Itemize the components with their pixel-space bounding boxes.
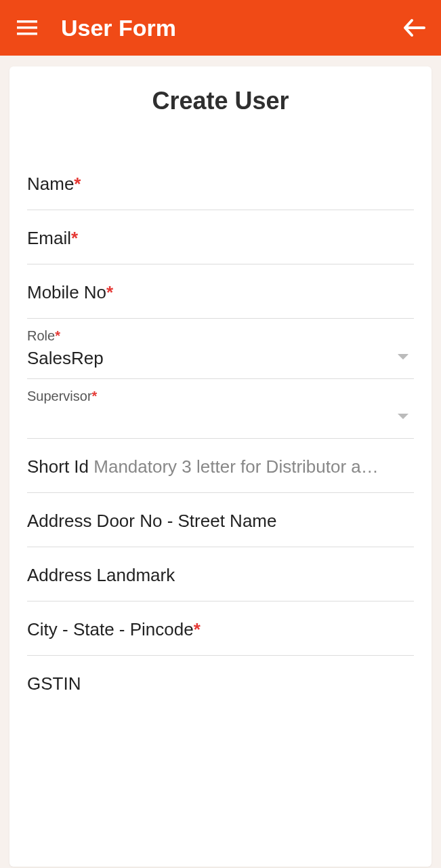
- svg-rect-2: [17, 33, 37, 35]
- svg-rect-0: [17, 20, 37, 23]
- supervisor-label: Supervisor*: [27, 389, 414, 404]
- email-label: Email*: [27, 228, 78, 248]
- card-title: Create User: [9, 87, 432, 115]
- form-card: Create User Name* Email* Mobile No* Role…: [9, 66, 432, 867]
- chevron-down-icon: [398, 411, 408, 423]
- address2-label: Address Landmark: [27, 565, 175, 585]
- address2-field[interactable]: Address Landmark: [27, 547, 414, 601]
- address1-field[interactable]: Address Door No - Street Name: [27, 493, 414, 547]
- city-label: City - State - Pincode*: [27, 619, 201, 639]
- mobile-field[interactable]: Mobile No*: [27, 264, 414, 319]
- chevron-down-icon: [398, 351, 408, 363]
- gstin-label: GSTIN: [27, 673, 81, 694]
- menu-icon[interactable]: [15, 16, 39, 40]
- city-field[interactable]: City - State - Pincode*: [27, 601, 414, 656]
- supervisor-select[interactable]: Supervisor*: [27, 379, 414, 439]
- name-label: Name*: [27, 174, 81, 194]
- gstin-field[interactable]: GSTIN: [27, 656, 414, 709]
- mobile-label: Mobile No*: [27, 282, 113, 302]
- role-select[interactable]: Role* SalesRep: [27, 319, 414, 379]
- address1-label: Address Door No - Street Name: [27, 511, 276, 531]
- svg-rect-1: [17, 26, 37, 29]
- shortid-label: Short Id Mandatory 3 letter for Distribu…: [27, 456, 379, 477]
- name-field[interactable]: Name*: [27, 156, 414, 210]
- email-field[interactable]: Email*: [27, 210, 414, 264]
- role-value: SalesRep: [27, 348, 104, 368]
- role-label: Role*: [27, 328, 414, 344]
- svg-marker-4: [398, 414, 408, 419]
- back-icon[interactable]: [400, 14, 427, 41]
- shortid-field[interactable]: Short Id Mandatory 3 letter for Distribu…: [27, 439, 414, 493]
- app-bar: User Form: [0, 0, 441, 56]
- svg-marker-3: [398, 354, 408, 359]
- page-title: User Form: [61, 15, 400, 41]
- supervisor-value: [27, 408, 414, 429]
